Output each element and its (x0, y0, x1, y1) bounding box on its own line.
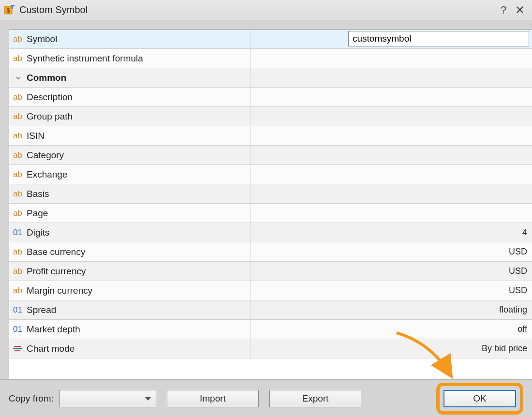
property-row[interactable]: Common (9, 68, 532, 88)
property-label: Description (27, 92, 73, 103)
property-label: Synthetic instrument formula (27, 53, 143, 64)
text-type-icon: ab (13, 54, 24, 63)
svg-rect-5 (13, 348, 22, 349)
property-row[interactable]: abBasis (9, 184, 532, 204)
property-row[interactable]: abBase currencyUSD (9, 242, 532, 262)
text-type-icon: ab (13, 208, 24, 218)
property-label-cell: abExchange (9, 165, 251, 184)
property-label: Common (27, 73, 66, 83)
property-label-cell: abBase currency (9, 242, 251, 261)
property-row[interactable]: abISIN (9, 126, 532, 146)
property-value-cell[interactable]: By bid price (251, 339, 532, 358)
property-value-cell[interactable] (251, 204, 532, 223)
app-dollar-icon: $ (4, 5, 15, 15)
property-row[interactable]: abGroup path (9, 107, 532, 126)
symbol-input[interactable] (348, 31, 529, 46)
property-value: USD (509, 285, 527, 296)
property-row[interactable]: abExchange (9, 165, 532, 184)
property-row[interactable]: 01Market depthoff (9, 320, 532, 339)
property-value: floating (499, 305, 527, 315)
text-type-icon: ab (13, 170, 24, 179)
text-type-icon: ab (13, 286, 24, 296)
property-row[interactable]: abPage (9, 204, 532, 223)
property-value-cell[interactable]: USD (251, 262, 532, 281)
property-label: Digits (27, 227, 50, 238)
titlebar: $ Custom Symbol ? ✕ (0, 0, 532, 20)
text-type-icon: ab (13, 267, 24, 276)
property-label: Profit currency (27, 266, 86, 277)
text-type-icon: ab (13, 247, 24, 257)
property-row[interactable]: abMargin currencyUSD (9, 281, 532, 300)
property-value-cell[interactable]: 4 (251, 223, 532, 242)
window-title: Custom Symbol (19, 4, 88, 15)
property-value-cell[interactable]: USD (251, 242, 532, 261)
property-value: 4 (522, 227, 527, 238)
property-label-cell: abISIN (9, 126, 251, 145)
ok-highlight: OK (436, 383, 523, 415)
property-label-cell: 01Market depth (9, 320, 251, 339)
property-label-cell: abBasis (9, 184, 251, 203)
property-label-cell: abCategory (9, 146, 251, 164)
property-row[interactable]: Chart modeBy bid price (9, 339, 532, 358)
property-value: USD (509, 266, 527, 276)
text-type-icon: ab (13, 131, 24, 141)
property-label-cell: abPage (9, 204, 251, 223)
property-label: Margin currency (27, 285, 92, 296)
property-row[interactable]: abProfit currencyUSD (9, 262, 532, 281)
property-value-cell[interactable] (251, 49, 532, 68)
property-label: Category (27, 150, 64, 161)
property-label-cell: Chart mode (9, 339, 251, 358)
property-value-cell[interactable] (251, 88, 532, 106)
svg-rect-4 (14, 346, 21, 347)
property-label-cell: abSymbol (9, 30, 251, 48)
copy-from-combo[interactable] (59, 390, 156, 407)
property-label-cell: 01Spread (9, 300, 251, 319)
text-type-icon: ab (13, 150, 24, 160)
chevron-down-icon (13, 74, 24, 81)
chart-mode-icon (13, 345, 24, 353)
property-row[interactable]: abSynthetic instrument formula (9, 49, 532, 68)
bottom-toolbar: Copy from: Import Export OK (0, 379, 532, 417)
property-label-cell: abDescription (9, 88, 251, 106)
close-button[interactable]: ✕ (512, 3, 528, 17)
help-button[interactable]: ? (495, 4, 512, 16)
ok-button[interactable]: OK (443, 390, 516, 407)
property-row[interactable]: abDescription (9, 88, 532, 107)
export-button[interactable]: Export (269, 390, 361, 407)
property-value-cell[interactable] (251, 126, 532, 145)
property-value-cell[interactable] (251, 107, 532, 126)
property-label: Group path (27, 111, 73, 122)
number-type-icon: 01 (13, 325, 24, 334)
svg-text:$: $ (6, 7, 10, 14)
content-area: abSymbolabSynthetic instrument formulaCo… (0, 20, 532, 379)
property-value: USD (509, 247, 527, 257)
property-value: By bid price (482, 343, 527, 354)
svg-rect-3 (12, 5, 13, 9)
property-label-cell: Common (9, 68, 251, 87)
property-value-cell[interactable]: off (251, 320, 532, 339)
property-row[interactable]: 01Digits4 (9, 223, 532, 242)
property-label-cell: abGroup path (9, 107, 251, 126)
text-type-icon: ab (13, 34, 24, 44)
property-label-cell: abSynthetic instrument formula (9, 49, 251, 68)
property-label: ISIN (27, 131, 44, 141)
number-type-icon: 01 (13, 305, 24, 315)
property-label-cell: abMargin currency (9, 281, 251, 300)
text-type-icon: ab (13, 189, 24, 199)
property-value-cell[interactable] (251, 146, 532, 164)
property-grid: abSymbolabSynthetic instrument formulaCo… (9, 29, 532, 379)
copy-from-label: Copy from: (9, 393, 54, 404)
property-label: Base currency (27, 247, 85, 257)
property-value-cell[interactable] (251, 68, 532, 87)
property-label-cell: abProfit currency (9, 262, 251, 281)
property-value-cell[interactable]: floating (251, 300, 532, 319)
property-label: Chart mode (27, 343, 74, 354)
import-button[interactable]: Import (167, 390, 259, 407)
property-row[interactable]: 01Spreadfloating (9, 300, 532, 320)
property-value-cell[interactable] (251, 184, 532, 203)
property-value-cell[interactable] (251, 165, 532, 184)
property-row[interactable]: abCategory (9, 146, 532, 165)
property-value-cell[interactable]: USD (251, 281, 532, 300)
property-label: Exchange (27, 169, 68, 180)
property-label: Spread (27, 305, 56, 315)
